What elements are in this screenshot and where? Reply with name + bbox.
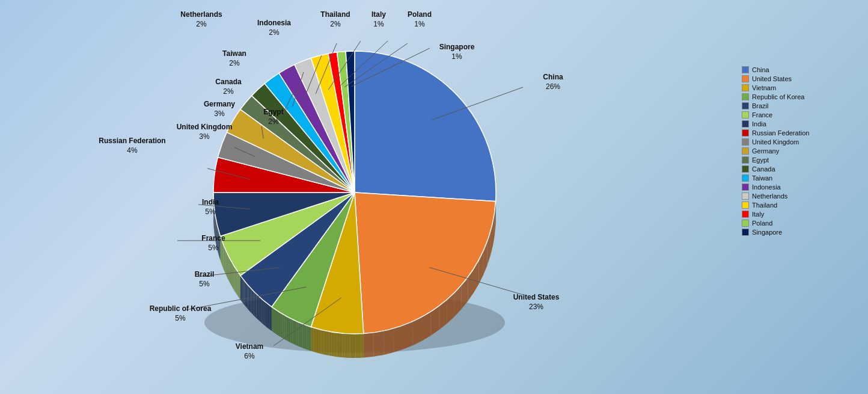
svg-marker-63 xyxy=(305,325,307,349)
svg-marker-112 xyxy=(227,253,228,279)
svg-marker-64 xyxy=(302,324,304,348)
svg-marker-80 xyxy=(272,307,274,332)
svg-marker-105 xyxy=(234,266,236,292)
legend-item: Indonesia xyxy=(742,183,862,191)
svg-text:Singapore: Singapore xyxy=(439,43,475,51)
svg-marker-79 xyxy=(274,308,275,333)
legend: ChinaUnited StatesVietnamRepublic of Kor… xyxy=(742,66,862,236)
svg-marker-36 xyxy=(403,321,413,349)
svg-marker-74 xyxy=(283,314,284,339)
svg-marker-93 xyxy=(250,288,252,313)
svg-text:Thailand: Thailand xyxy=(320,10,350,19)
svg-text:2%: 2% xyxy=(269,28,280,37)
svg-marker-89 xyxy=(256,294,258,320)
svg-marker-57 xyxy=(319,329,321,354)
legend-label: Germany xyxy=(752,147,779,155)
svg-marker-37 xyxy=(394,325,403,352)
legend-item: Republic of Korea xyxy=(742,93,862,100)
svg-text:2%: 2% xyxy=(196,20,207,28)
svg-marker-113 xyxy=(226,251,227,277)
legend-label: Poland xyxy=(752,220,772,227)
svg-marker-47 xyxy=(345,333,347,357)
legend-item: Netherlands xyxy=(742,192,862,200)
svg-text:Republic of Korea: Republic of Korea xyxy=(150,304,212,313)
svg-text:Netherlands: Netherlands xyxy=(180,10,222,19)
legend-color-box xyxy=(742,220,749,227)
svg-text:Indonesia: Indonesia xyxy=(257,19,291,27)
legend-color-box xyxy=(742,165,749,173)
svg-marker-100 xyxy=(240,275,242,301)
legend-item: United States xyxy=(742,75,862,82)
svg-text:India: India xyxy=(202,198,219,206)
svg-marker-46 xyxy=(347,334,350,358)
svg-text:5%: 5% xyxy=(208,244,219,252)
legend-color-box xyxy=(742,156,749,164)
svg-marker-76 xyxy=(279,312,281,337)
legend-item: Poland xyxy=(742,220,862,227)
svg-marker-51 xyxy=(334,333,337,357)
svg-marker-96 xyxy=(246,283,247,309)
svg-text:26%: 26% xyxy=(546,82,560,91)
legend-color-box xyxy=(742,138,749,146)
svg-marker-107 xyxy=(232,262,233,288)
svg-marker-70 xyxy=(290,318,292,343)
svg-marker-85 xyxy=(263,300,264,325)
svg-marker-77 xyxy=(277,310,279,336)
legend-label: Netherlands xyxy=(752,192,787,200)
svg-marker-38 xyxy=(384,328,393,355)
chart-container: China26%United States23%Vietnam6%Republi… xyxy=(0,0,868,394)
legend-item: Germany xyxy=(742,147,862,155)
svg-marker-117 xyxy=(222,242,223,268)
svg-marker-78 xyxy=(275,309,277,334)
svg-text:2%: 2% xyxy=(229,59,240,67)
legend-item: Italy xyxy=(742,211,862,218)
legend-color-box xyxy=(742,66,749,73)
svg-text:3%: 3% xyxy=(214,109,225,118)
svg-text:Russian Federation: Russian Federation xyxy=(99,137,165,145)
svg-text:2%: 2% xyxy=(223,87,234,96)
svg-marker-72 xyxy=(287,316,289,342)
svg-text:Brazil: Brazil xyxy=(195,270,215,279)
svg-marker-91 xyxy=(253,291,255,317)
svg-text:4%: 4% xyxy=(127,146,138,155)
svg-marker-114 xyxy=(225,248,225,274)
svg-marker-98 xyxy=(243,279,244,305)
svg-marker-53 xyxy=(329,331,331,356)
legend-color-box xyxy=(742,229,749,236)
legend-label: France xyxy=(752,111,772,119)
svg-text:Vietnam: Vietnam xyxy=(236,342,263,351)
svg-marker-97 xyxy=(245,281,246,307)
pie-chart-svg: China26%United States23%Vietnam6%Republi… xyxy=(0,0,868,394)
legend-label: Indonesia xyxy=(752,183,781,191)
legend-label: Egypt xyxy=(752,156,769,164)
svg-marker-84 xyxy=(264,301,266,327)
svg-marker-86 xyxy=(261,298,263,324)
legend-item: France xyxy=(742,111,862,119)
svg-marker-44 xyxy=(353,334,355,358)
legend-item: Russian Federation xyxy=(742,129,862,137)
svg-text:6%: 6% xyxy=(244,352,255,360)
legend-item: Egypt xyxy=(742,156,862,164)
svg-text:Poland: Poland xyxy=(408,10,432,19)
legend-color-box xyxy=(742,211,749,218)
svg-marker-71 xyxy=(289,318,290,343)
legend-color-box xyxy=(742,129,749,137)
legend-label: Taiwan xyxy=(752,174,772,182)
svg-text:2%: 2% xyxy=(330,20,341,28)
svg-marker-95 xyxy=(247,285,248,310)
svg-marker-118 xyxy=(222,241,222,266)
svg-marker-115 xyxy=(224,247,225,272)
svg-marker-61 xyxy=(309,326,311,351)
svg-marker-41 xyxy=(361,334,363,358)
svg-marker-45 xyxy=(350,334,353,358)
svg-marker-81 xyxy=(270,306,272,331)
svg-marker-43 xyxy=(355,334,358,358)
svg-text:1%: 1% xyxy=(373,20,384,28)
svg-marker-67 xyxy=(296,321,298,346)
legend-label: United Kingdom xyxy=(752,138,799,146)
svg-marker-109 xyxy=(230,259,231,285)
svg-marker-58 xyxy=(316,328,319,353)
svg-marker-66 xyxy=(299,322,301,347)
legend-item: China xyxy=(742,66,862,73)
svg-marker-94 xyxy=(249,286,250,312)
